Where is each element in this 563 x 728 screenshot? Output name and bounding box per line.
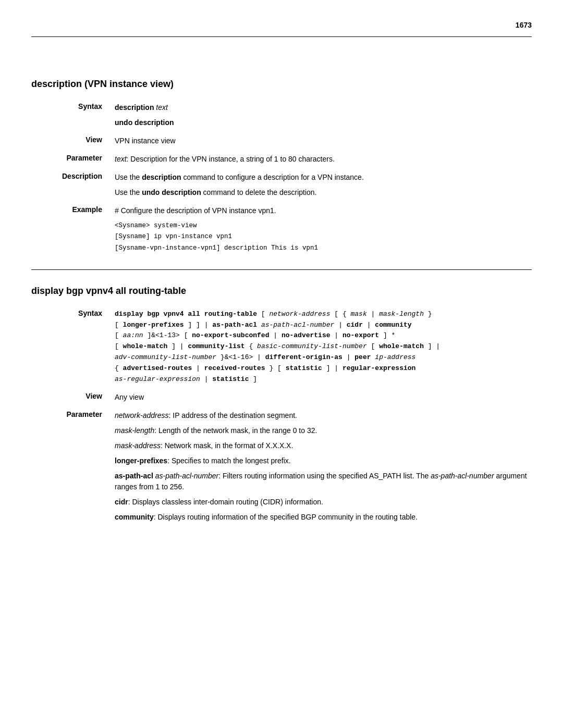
sec2-param5-italic2: as-path-acl-number: [431, 472, 494, 480]
section2-parameter-label: Parameter: [31, 410, 115, 418]
section1-code-line3: [Sysname-vpn-instance-vpn1] description …: [115, 243, 532, 254]
sec2-param5-italic: as-path-acl-number: [155, 472, 218, 480]
sec2-no-export-bold: no-export-subconfed: [192, 331, 269, 339]
section2-syntax-label: Syntax: [31, 309, 115, 317]
sec2-whole-match2-bold: whole-match: [379, 342, 424, 350]
section1-divider: [31, 36, 532, 37]
sec2-basic-community-italic: basic-community-list-number: [257, 342, 367, 350]
sec2-param4: longer-prefixes: Specifies to match the …: [115, 455, 532, 466]
sec2-aann-italic: aa:nn: [123, 331, 143, 339]
sec2-param7-bold: community: [115, 513, 154, 521]
section1-syntax-description-bold: description: [115, 103, 154, 112]
section1-example-label: Example: [31, 205, 115, 214]
sec2-adv-community-italic: adv-community-list-number: [115, 353, 216, 361]
sec2-param1: network-address: IP address of the desti…: [115, 410, 532, 421]
section1-parameter-row: Parameter text: Description for the VPN …: [31, 154, 532, 165]
sec2-advertised-routes-bold: advertised-routes: [123, 364, 192, 372]
section1-syntax-text-italic: text: [154, 103, 167, 112]
sec2-as-regular-expression-italic: as-regular-expression: [115, 375, 200, 383]
section2-parameter-content: network-address: IP address of the desti…: [115, 410, 532, 523]
sec2-community-list-bold: community-list: [188, 342, 244, 350]
page-number: 1673: [516, 21, 532, 29]
section1-example-text: # Configure the description of VPN insta…: [115, 205, 532, 216]
sec2-param1-italic: network-address: [115, 411, 169, 419]
section2-view-label: View: [31, 392, 115, 400]
sec2-regular-expression-bold: regular-expression: [342, 364, 415, 372]
section1-syntax-row: Syntax description text undo description: [31, 102, 532, 128]
sec2-param3-italic: mask-address: [115, 441, 161, 450]
section1-syntax-line1: description text: [115, 102, 532, 113]
section2: display bgp vpnv4 all routing-table Synt…: [31, 286, 532, 523]
sec2-param5-bold: as-path-acl: [115, 472, 153, 480]
section2-syntax-row: Syntax display bgp vpnv4 all routing-tab…: [31, 309, 532, 385]
sec2-longer-prefixes-bold: longer-prefixes: [123, 321, 184, 329]
sec2-param2-italic: mask-length: [115, 426, 154, 435]
sec2-param6: cidr: Displays classless inter-domain ro…: [115, 497, 532, 508]
sec2-network-address-italic: network-address: [269, 310, 330, 318]
section1-parameter-text-italic: text: [115, 155, 127, 163]
section2-view-row: View Any view: [31, 392, 532, 403]
section1-title: description (VPN instance view): [31, 79, 532, 90]
sec2-peer-bold: peer: [354, 353, 371, 361]
sec2-cidr-bold: cidr: [347, 321, 363, 329]
sec2-whole-match-bold: whole-match: [123, 342, 168, 350]
section1-description-content: Use the description command to configure…: [115, 172, 532, 198]
section1-description-row: Description Use the description command …: [31, 172, 532, 198]
section1-code-line1: <Sysname> system-view: [115, 220, 532, 231]
section1-view-row: View VPN instance view: [31, 135, 532, 146]
sec2-param4-bold: longer-prefixes: [115, 456, 167, 465]
sec2-param3: mask-address: Network mask, in the forma…: [115, 440, 532, 451]
sec2-as-path-acl-number-italic: as-path-acl-number: [261, 321, 334, 329]
section1: description (VPN instance view) Syntax d…: [31, 79, 532, 254]
sec2-param6-bold: cidr: [115, 498, 128, 506]
section1-syntax-undo-bold: undo description: [115, 118, 174, 127]
section1-syntax-content: description text undo description: [115, 102, 532, 128]
sec2-param2: mask-length: Length of the network mask,…: [115, 425, 532, 436]
section2-divider: [31, 269, 532, 270]
section1-description-line2: Use the undo description command to dele…: [115, 187, 532, 198]
section1-desc-undo-bold: undo description: [142, 188, 201, 196]
section1-syntax-line2: undo description: [115, 117, 532, 128]
section2-title: display bgp vpnv4 all routing-table: [31, 286, 532, 297]
section1-view-label: View: [31, 135, 115, 144]
sec2-param7: community: Displays routing information …: [115, 512, 532, 523]
section1-syntax-label: Syntax: [31, 102, 115, 110]
sec2-no-advertise-bold: no-advertise: [282, 331, 331, 339]
sec2-no-export2-bold: no-export: [342, 331, 379, 339]
sec2-display-bold: display bgp vpnv4 all routing-table: [115, 310, 257, 318]
section1-desc-description-bold: description: [142, 173, 181, 181]
section1-description-label: Description: [31, 172, 115, 180]
sec2-param5: as-path-acl as-path-acl-number: Filters …: [115, 471, 532, 492]
section1-example-content: # Configure the description of VPN insta…: [115, 205, 532, 254]
section1-parameter-content: text: Description for the VPN instance, …: [115, 154, 532, 165]
sec2-ip-address-italic: ip-address: [375, 353, 415, 361]
section1-parameter-label: Parameter: [31, 154, 115, 162]
section1-description-line1: Use the description command to configure…: [115, 172, 532, 183]
section1-code-line2: [Sysname] ip vpn-instance vpn1: [115, 231, 532, 242]
section1-example-row: Example # Configure the description of V…: [31, 205, 532, 254]
section2-parameter-row: Parameter network-address: IP address of…: [31, 410, 532, 523]
sec2-mask-length-italic: mask-length: [379, 310, 424, 318]
sec2-received-routes-bold: received-routes: [204, 364, 265, 372]
sec2-community-bold: community: [375, 321, 411, 329]
section2-view-content: Any view: [115, 392, 532, 403]
sec2-as-path-acl-bold: as-path-acl: [212, 321, 257, 329]
sec2-statistic2-bold: statistic: [212, 375, 249, 383]
section2-syntax-content: display bgp vpnv4 all routing-table [ ne…: [115, 309, 532, 385]
sec2-statistic-bold: statistic: [286, 364, 322, 372]
section1-code-block: <Sysname> system-view [Sysname] ip vpn-i…: [115, 220, 532, 254]
sec2-mask-italic: mask: [351, 310, 367, 318]
section1-view-content: VPN instance view: [115, 135, 532, 146]
sec2-different-origin-bold: different-origin-as: [265, 353, 342, 361]
